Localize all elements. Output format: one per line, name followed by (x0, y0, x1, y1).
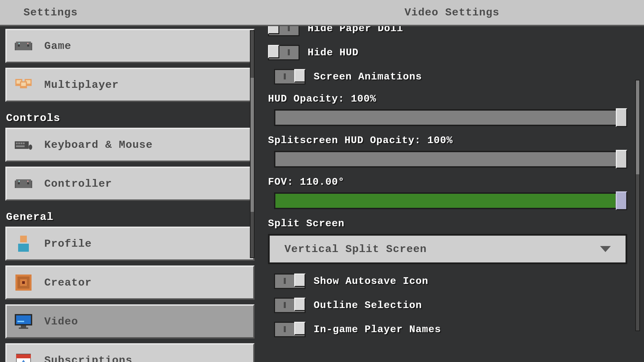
toggle-outline-selection[interactable] (274, 298, 306, 313)
sidebar-scrollbar[interactable] (250, 30, 255, 258)
toggle-label: Screen Animations (314, 71, 422, 82)
dropdown-value: Vertical Split Screen (284, 243, 427, 255)
chevron-down-icon (600, 246, 611, 252)
svg-rect-34 (21, 325, 26, 327)
toggle-screen-animations[interactable] (274, 69, 306, 84)
header-title-left: Settings (0, 6, 260, 19)
svg-rect-22 (27, 182, 29, 184)
svg-rect-11 (21, 82, 26, 86)
svg-rect-12 (15, 141, 29, 149)
sidebar-item-label: Game (44, 40, 71, 52)
sidebar-item-creator[interactable]: Creator (5, 265, 255, 300)
sidebar-item-subscriptions[interactable]: Subscriptions (5, 343, 255, 362)
slider-label-splitscreen-hud-opacity: Splitscreen HUD Opacity: 100% (268, 135, 627, 146)
header-bar: Settings Video Settings (0, 0, 644, 26)
svg-rect-13 (16, 142, 17, 144)
svg-point-18 (29, 144, 32, 150)
dropdown-splitscreen[interactable]: Vertical Split Screen (268, 234, 627, 264)
slider-thumb[interactable] (616, 150, 627, 169)
sidebar-item-label: Profile (44, 238, 92, 250)
sidebar-item-label: Controller (44, 178, 112, 190)
sidebar-item-video[interactable]: Video (5, 304, 255, 339)
svg-rect-37 (16, 354, 31, 358)
profile-icon (15, 235, 32, 252)
toggle-label: In-game Player Names (314, 324, 441, 335)
slider-label-hud-opacity: HUD Opacity: 100% (268, 93, 627, 105)
slider-thumb[interactable] (616, 191, 627, 210)
sidebar-item-multiplayer[interactable]: Multiplayer (5, 68, 255, 102)
content-scrollbar-thumb[interactable] (636, 80, 639, 174)
toggle-hide-paper-doll[interactable] (268, 26, 300, 36)
svg-rect-32 (16, 315, 31, 324)
sidebar-item-label: Multiplayer (44, 79, 119, 91)
calendar-icon (15, 352, 32, 362)
svg-rect-3 (27, 45, 29, 47)
dropdown-label-splitscreen: Split Screen (268, 218, 627, 229)
toggle-ingame-player-names[interactable] (274, 322, 306, 337)
slider-fov[interactable] (274, 192, 627, 209)
svg-point-24 (27, 181, 29, 182)
content-scrollbar[interactable] (635, 80, 640, 331)
keyboard-icon (15, 136, 32, 154)
sidebar-item-label: Creator (44, 277, 92, 289)
toggle-show-autosave-icon[interactable] (274, 274, 306, 289)
toggle-label: Show Autosave Icon (314, 276, 428, 287)
svg-rect-33 (17, 321, 24, 322)
svg-rect-16 (23, 142, 24, 144)
svg-rect-21 (18, 182, 20, 184)
svg-rect-26 (18, 244, 29, 252)
sidebar-item-label: Keyboard & Mouse (44, 139, 153, 151)
content-panel: Hide Paper DollHide HUDScreen Animations… (260, 26, 644, 362)
svg-point-5 (27, 43, 29, 44)
sidebar-item-profile[interactable]: Profile (5, 227, 255, 261)
controller-icon (15, 175, 32, 192)
svg-point-23 (18, 181, 20, 182)
creator-icon (15, 274, 32, 291)
toggle-label: Hide Paper Doll (308, 26, 403, 34)
sidebar-item-keyboard[interactable]: Keyboard & Mouse (5, 128, 255, 162)
svg-rect-2 (18, 45, 20, 47)
svg-rect-25 (20, 236, 27, 242)
sidebar: GameMultiplayerControlsKeyboard & MouseC… (0, 26, 260, 362)
svg-rect-30 (22, 281, 25, 284)
sidebar-scrollbar-thumb[interactable] (251, 78, 254, 212)
slider-splitscreen-hud-opacity[interactable] (274, 151, 627, 168)
sidebar-item-controller[interactable]: Controller (5, 167, 255, 201)
slider-thumb[interactable] (616, 108, 627, 127)
header-title-right: Video Settings (260, 6, 644, 19)
svg-rect-35 (19, 327, 28, 329)
players-icon (15, 76, 32, 94)
slider-hud-opacity[interactable] (274, 109, 627, 126)
toggle-label: Hide HUD (308, 47, 359, 58)
sidebar-item-game[interactable]: Game (5, 29, 255, 63)
sidebar-item-label: Subscriptions (44, 354, 132, 362)
toggle-hide-hud[interactable] (268, 45, 300, 60)
svg-rect-15 (20, 142, 22, 144)
controller-icon (15, 37, 32, 55)
sidebar-item-label: Video (44, 315, 78, 328)
toggle-label: Outline Selection (314, 300, 422, 311)
sidebar-section-header: General (5, 205, 255, 227)
monitor-icon (15, 313, 32, 330)
svg-rect-14 (18, 142, 20, 144)
svg-point-4 (18, 43, 20, 44)
slider-label-fov: FOV: 110.00° (268, 176, 627, 188)
svg-rect-17 (16, 145, 24, 147)
sidebar-section-header: Controls (5, 107, 255, 128)
svg-rect-39 (23, 360, 24, 362)
